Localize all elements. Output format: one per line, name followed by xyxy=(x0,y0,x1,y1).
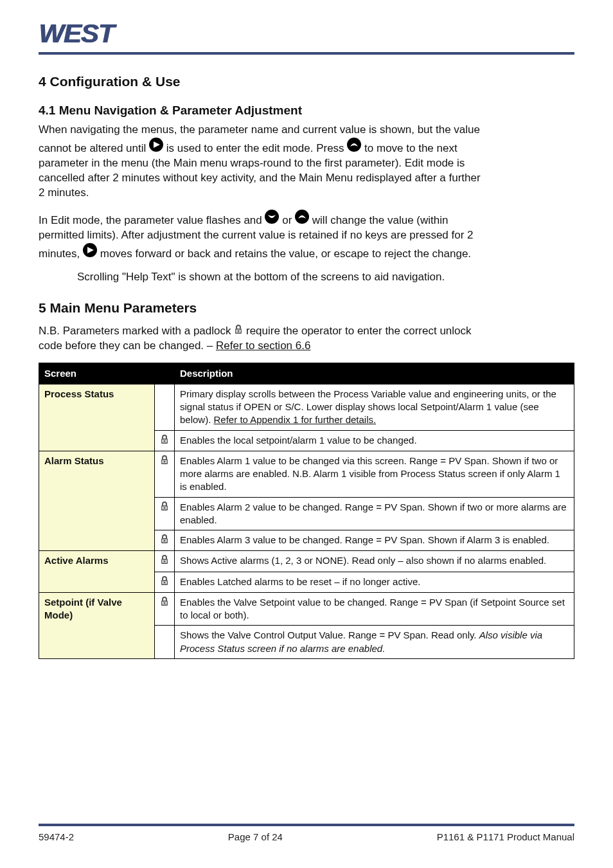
desc-cell: Enables Alarm 3 value to be changed. Ran… xyxy=(175,530,574,551)
enter-icon xyxy=(83,243,97,257)
desc-link[interactable]: Refer to Appendix 1 for further details. xyxy=(214,414,377,425)
nav-text: cancelled after 2 minutes without key ac… xyxy=(39,172,481,184)
col-screen: Screen xyxy=(39,363,155,384)
heading-configuration: 4 Configuration & Use xyxy=(39,73,574,91)
desc-cell: Primary display scrolls between the Proc… xyxy=(175,384,574,430)
nav-text: minutes, xyxy=(39,248,83,260)
lock-icon xyxy=(160,575,169,586)
brand-logo: WEST xyxy=(39,19,601,48)
screen-cell: Setpoint (if Valve Mode) xyxy=(39,592,155,658)
screen-cell: Process Status xyxy=(39,384,155,451)
intro-text: require the operator to enter the correc… xyxy=(246,325,472,337)
lock-cell xyxy=(155,430,175,451)
nav-text: or xyxy=(282,214,295,226)
nav-text: 2 minutes. xyxy=(39,186,89,199)
lock-icon xyxy=(160,434,169,444)
desc-cell: Enables the Valve Setpoint value to be c… xyxy=(175,592,574,626)
desc-cell: Shows the Valve Control Output Value. Ra… xyxy=(175,626,574,659)
table-header-row: Screen Description xyxy=(39,363,574,384)
parameters-table: Screen Description Process Status Primar… xyxy=(39,363,574,659)
lock-cell xyxy=(155,551,175,572)
heading-menu-nav: 4.1 Menu Navigation & Parameter Adjustme… xyxy=(39,102,574,119)
intro-text: N.B. Parameters marked with a padlock xyxy=(39,325,234,337)
nav-paragraph: When navigating the menus, the parameter… xyxy=(39,123,574,201)
intro-text: code before they can be changed. – xyxy=(39,339,216,352)
desc-cell: Shows Active alarms (1, 2, 3 or NONE). R… xyxy=(175,551,574,572)
lock-icon xyxy=(160,554,169,565)
heading-main-menu-params: 5 Main Menu Parameters xyxy=(39,299,574,317)
lock-cell xyxy=(155,626,175,659)
nav-text: will change the value (within xyxy=(312,214,449,226)
lock-cell xyxy=(155,497,175,530)
desc-cell: Enables Alarm 1 value to be changed via … xyxy=(175,451,574,497)
col-description: Description xyxy=(175,363,574,384)
desc-cell: Enables Latched alarms to be reset – if … xyxy=(175,572,574,592)
table-row: Setpoint (if Valve Mode) Enables the Val… xyxy=(39,592,574,626)
enter-icon xyxy=(149,138,163,152)
desc-cell: Enables Alarm 2 value to be changed. Ran… xyxy=(175,497,574,530)
footer-doc-id: 59474-2 xyxy=(39,831,74,842)
lock-icon xyxy=(160,534,169,544)
nav-text: cannot be altered until xyxy=(39,142,149,154)
lock-cell xyxy=(155,572,175,592)
screen-cell: Alarm Status xyxy=(39,451,155,551)
footer-page-number: Page 7 of 24 xyxy=(228,831,283,842)
footer-doc-title: P1161 & P1171 Product Manual xyxy=(437,831,574,842)
nav-text: permitted limits). After adjustment the … xyxy=(39,229,474,241)
table-row: Alarm Status Enables Alarm 1 value to be… xyxy=(39,451,574,497)
down-icon xyxy=(265,210,279,224)
lock-cell xyxy=(155,530,175,551)
nav-paragraph-2: In Edit mode, the parameter value flashe… xyxy=(39,210,574,262)
lock-icon xyxy=(160,455,169,465)
table-row: Active Alarms Shows Active alarms (1, 2,… xyxy=(39,551,574,572)
intro-link[interactable]: Refer to section 6.6 xyxy=(216,339,310,352)
lock-icon xyxy=(160,501,169,511)
table-row: Process Status Primary display scrolls b… xyxy=(39,384,574,430)
nav-text: When navigating the menus, the parameter… xyxy=(39,123,480,136)
screen-cell: Active Alarms xyxy=(39,551,155,593)
nav-text: In Edit mode, the parameter value flashe… xyxy=(39,214,265,226)
nav-text: to move to the next xyxy=(364,142,458,154)
page-footer: 59474-2 Page 7 of 24 P1161 & P1171 Produ… xyxy=(39,824,574,842)
up-icon xyxy=(347,138,361,152)
lock-icon xyxy=(234,324,243,334)
lock-cell xyxy=(155,451,175,497)
lock-cell xyxy=(155,384,175,430)
lock-cell xyxy=(155,592,175,626)
desc-text: Shows the Valve Control Output Value. Ra… xyxy=(180,629,479,640)
up-icon xyxy=(295,210,309,224)
help-text-note: Scrolling "Help Text" is shown at the bo… xyxy=(77,270,574,285)
nav-text: moves forward or back and retains the va… xyxy=(100,248,471,260)
footer-rule xyxy=(39,824,574,826)
col-lock xyxy=(155,363,175,384)
desc-cell: Enables the local setpoint/alarm 1 value… xyxy=(175,430,574,451)
body-content: 4 Configuration & Use 4.1 Menu Navigatio… xyxy=(39,55,574,659)
section5-intro: N.B. Parameters marked with a padlock re… xyxy=(39,324,574,354)
nav-text: parameter in the menu (the Main menu wra… xyxy=(39,157,465,169)
nav-text: is used to enter the edit mode. Press xyxy=(166,142,348,154)
lock-icon xyxy=(160,596,169,606)
